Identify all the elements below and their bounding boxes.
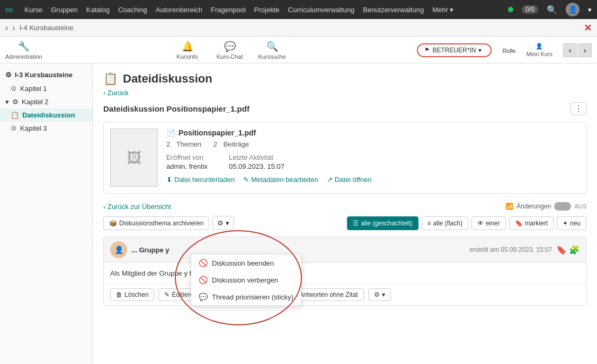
discussion-title-row: Dateidiskussion Positionspapier_1.pdf ⋮ xyxy=(103,102,586,115)
nav-coaching[interactable]: Coaching xyxy=(118,6,147,14)
back-arrow-icon[interactable]: ‹ xyxy=(5,23,8,33)
search-icon[interactable]: 🔍 xyxy=(547,5,557,15)
kurschat-label: Kurs-Chat xyxy=(217,53,243,60)
archive-button[interactable]: 📦 Diskussionsthema archivieren xyxy=(103,216,209,230)
last-activity-label: Letzte Aktivität xyxy=(229,153,284,161)
filter-all-nested[interactable]: ☰ alle (geschachtelt) xyxy=(347,216,418,230)
gear-dropdown-button[interactable]: ⚙ ▾ xyxy=(212,216,234,230)
nav-arrows: ‹ › xyxy=(563,43,592,57)
main-layout: ⚙ I-3 Kursbausteine ⚙ Kapitel 1 ▾ ⚙ Kapi… xyxy=(0,63,597,364)
filter-all-flat[interactable]: ≡ alle (flach) xyxy=(422,216,468,230)
nav-gruppen[interactable]: Gruppen xyxy=(51,6,78,14)
profile-chevron[interactable]: ▾ xyxy=(588,6,592,14)
download-link[interactable]: ⬇ Datei herunterladen xyxy=(166,176,235,184)
filter-new[interactable]: ✦ neu xyxy=(557,216,586,230)
menu-item-hide-discussion[interactable]: 🚫 Diskussion verbergen xyxy=(191,271,301,288)
mein-kurs-icon: 👤 xyxy=(536,43,543,50)
delete-button[interactable]: 🗑 Löschen xyxy=(110,288,154,301)
bookmark-icon[interactable]: 🔖 xyxy=(556,245,567,255)
page-title-row: 📋 Dateidiskussion xyxy=(103,72,586,86)
discussion-more-button[interactable]: ⋮ xyxy=(571,102,586,115)
sidebar-chapter-kapitel2[interactable]: ▾ ⚙ Kapitel 2 xyxy=(0,95,92,108)
open-icon: ↗ xyxy=(327,176,333,184)
menu-item-end-discussion-label: Diskussion beenden xyxy=(212,259,274,267)
edit-icon: ✎ xyxy=(164,291,170,298)
admin-tool[interactable]: 🔧 Administration xyxy=(5,41,42,60)
opened-by-value: admin, frentix xyxy=(166,162,208,170)
menu-item-end-discussion[interactable]: 🚫 Diskussion beenden xyxy=(191,254,301,271)
open-file-link[interactable]: ↗ Datei öffnen xyxy=(327,176,372,184)
mein-kurs-tool[interactable]: 👤 Mein Kurs xyxy=(526,43,553,57)
sidebar: ⚙ I-3 Kursbausteine ⚙ Kapitel 1 ▾ ⚙ Kapi… xyxy=(0,63,93,364)
overview-link[interactable]: ‹ Zurück zur Übersicht xyxy=(103,203,171,211)
sidebar-item-kapitel3[interactable]: ⚙ Kapitel 3 xyxy=(0,122,92,135)
sidebar-item-kapitel1[interactable]: ⚙ Kapitel 1 xyxy=(0,82,92,95)
nav-autorenbereich[interactable]: Autorenbereich xyxy=(156,6,202,14)
toggle-switch[interactable] xyxy=(554,202,571,211)
nav-katalog[interactable]: Katalog xyxy=(86,6,110,14)
kapitel3-icon: ⚙ xyxy=(11,124,17,132)
themes-label: Themen xyxy=(176,140,202,148)
last-activity-value: 05.09.2023, 15:07 xyxy=(229,162,284,170)
prev-button[interactable]: ‹ xyxy=(563,43,577,57)
menu-item-sticky-label: Thread priorisieren (sticky) xyxy=(212,293,293,301)
kapitel2-expand-icon: ▾ xyxy=(5,98,9,106)
thread-card: 👤 ... Gruppe y erstellt am 05.09.2023, 1… xyxy=(103,236,586,306)
nested-icon: ☰ xyxy=(353,220,359,227)
file-meta: Eröffnet von admin, frentix Letzte Aktiv… xyxy=(166,153,580,170)
nav-fragenpool[interactable]: Fragenpool xyxy=(211,6,246,14)
wrench-icon: 🔧 xyxy=(18,41,30,52)
avatar[interactable]: 👤 xyxy=(566,3,580,16)
archive-action-row: 📦 Diskussionsthema archivieren ⚙ ▾ xyxy=(103,216,234,230)
kurschat-tool[interactable]: 💬 Kurs-Chat xyxy=(214,41,246,60)
file-info: 📄 Positionspapier_1.pdf 2 Themen 2 Beitr… xyxy=(166,129,580,184)
menu-item-hide-discussion-label: Diskussion verbergen xyxy=(212,276,278,284)
logo-icon[interactable]: ∞ xyxy=(5,4,13,16)
posts-label: Beiträge xyxy=(224,140,249,148)
mein-kurs-label: Mein Kurs xyxy=(526,51,553,57)
themes-count: 2 xyxy=(166,140,170,148)
metadata-icon: ✎ xyxy=(243,176,249,184)
last-activity-meta: Letzte Aktivität 05.09.2023, 15:07 xyxy=(229,153,284,170)
kursinfo-tool[interactable]: 🔔 Kursinfo xyxy=(172,41,203,60)
flat-icon: ≡ xyxy=(427,220,431,227)
filter-one[interactable]: 👁 einer xyxy=(471,216,506,230)
thread-footer: 🗑 Löschen ✎ Editieren 💬 Antworten mit Zi… xyxy=(104,284,586,305)
download-label: Datei herunterladen xyxy=(174,176,235,184)
metadata-link[interactable]: ✎ Metadaten bearbeiten xyxy=(243,176,318,184)
nav-kurse[interactable]: Kurse xyxy=(24,6,42,14)
sidebar-item-dateidiskussion[interactable]: 📋 Dateidiskussion xyxy=(0,108,92,122)
toolbar: 🔧 Administration 🔔 Kursinfo 💬 Kurs-Chat … xyxy=(0,37,597,63)
sidebar-section-icon: ⚙ xyxy=(5,71,12,79)
filter-all-nested-label: alle (geschachtelt) xyxy=(361,220,412,227)
info-icon: 🔔 xyxy=(182,41,193,52)
nav-projekte[interactable]: Projekte xyxy=(254,6,280,14)
reply-no-quote-label: Antworten ohne Zitat xyxy=(299,291,358,298)
changes-toggle-area: 📶 Änderungen AUS xyxy=(505,202,586,211)
betreuer-button[interactable]: ⚑ BETREUER*IN ▾ xyxy=(417,43,492,57)
nav-benutzerverwaltung[interactable]: Benutzerverwaltung xyxy=(363,6,424,14)
back-link[interactable]: ‹ Zurück xyxy=(103,89,586,97)
rolle-label: Rolle xyxy=(502,48,515,54)
sidebar-section-header[interactable]: ⚙ I-3 Kursbausteine xyxy=(0,68,92,82)
filter-marked[interactable]: 🔖 markiert xyxy=(509,216,554,230)
file-name-row: 📄 Positionspapier_1.pdf xyxy=(166,129,580,137)
close-button[interactable]: ✕ xyxy=(584,22,592,34)
kapitel3-label: Kapitel 3 xyxy=(20,124,47,132)
filter-one-label: einer xyxy=(486,220,500,227)
nav-mehr[interactable]: Mehr ▾ xyxy=(432,6,453,14)
nav-curriculumverwaltung[interactable]: Curriculumverwaltung xyxy=(288,6,355,14)
dropdown-menu: 🚫 Diskussion beenden 🚫 Diskussion verber… xyxy=(191,254,301,306)
next-button[interactable]: › xyxy=(578,43,592,57)
menu-item-sticky-thread[interactable]: 💬 Thread priorisieren (sticky) xyxy=(191,288,301,305)
kapitel1-label: Kapitel 1 xyxy=(20,85,47,93)
puzzle-icon[interactable]: 🧩 xyxy=(569,245,580,255)
thread-more-button[interactable]: ⚙ ▾ xyxy=(368,288,391,301)
discussion-title-text: Dateidiskussion Positionspapier_1.pdf xyxy=(103,104,250,113)
filter-new-label: neu xyxy=(570,220,581,227)
opened-by-meta: Eröffnet von admin, frentix xyxy=(166,153,208,170)
delete-label: Löschen xyxy=(124,291,148,298)
kurssuche-icon: 🔍 xyxy=(266,41,278,52)
kurssuche-tool[interactable]: 🔍 Kurssuche xyxy=(256,41,288,60)
thread-avatar: 👤 xyxy=(110,241,127,258)
